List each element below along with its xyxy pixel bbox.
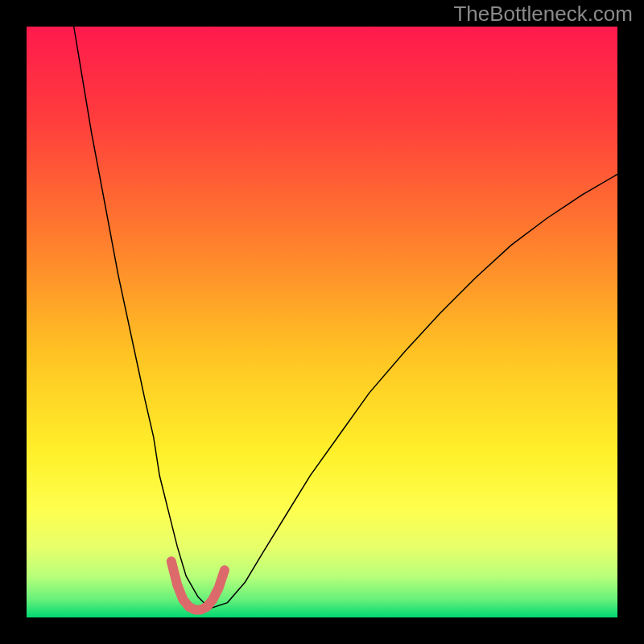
watermark-text: TheBottleneck.com	[453, 2, 633, 27]
plot-background	[27, 27, 617, 617]
chart-svg	[0, 0, 644, 644]
chart-container: TheBottleneck.com	[0, 0, 644, 644]
